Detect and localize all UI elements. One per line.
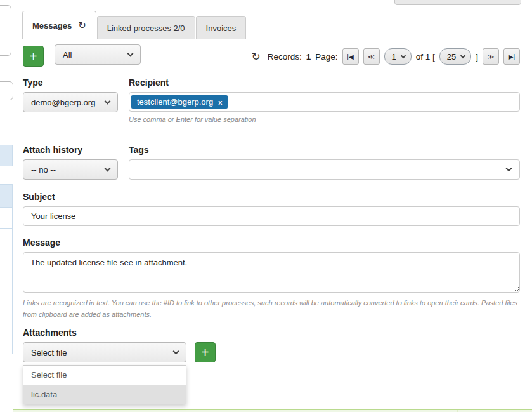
recipient-hint: Use comma or Enter for value separation xyxy=(129,116,520,123)
message-filter-value: All xyxy=(63,50,72,60)
recipient-field-group: Recipient testclient@bgerp.org x Use com… xyxy=(129,77,520,123)
page-label: Page: xyxy=(315,52,337,62)
next-page-button[interactable]: ≫ xyxy=(483,48,499,65)
type-label: Type xyxy=(23,77,118,88)
table-row-fragment xyxy=(0,207,13,229)
table-row-fragment xyxy=(0,312,13,333)
tab-invoices-label: Invoices xyxy=(206,23,237,33)
left-panel-fragment xyxy=(0,5,11,56)
tab-messages-label: Messages xyxy=(32,21,72,30)
bracket-label: ] xyxy=(476,52,478,62)
attach-history-value: -- no -- xyxy=(31,165,56,175)
chevron-down-icon xyxy=(127,51,134,57)
chevron-down-icon xyxy=(105,166,111,172)
recipient-input[interactable]: testclient@bgerp.org x xyxy=(129,92,520,112)
cropped-control-fragment xyxy=(394,0,521,5)
add-message-button[interactable]: + xyxy=(23,46,44,67)
tab-linked-processes[interactable]: Linked processes 2/0 xyxy=(97,16,195,39)
message-textarea[interactable]: The updated license file see in attachme… xyxy=(23,252,520,293)
records-count: 1 xyxy=(306,52,311,62)
subject-field-group: Subject Your license xyxy=(23,192,520,226)
attachments-file-value: Select file xyxy=(31,348,67,357)
page-number-value: 1 xyxy=(392,52,396,62)
attachments-label: Attachments xyxy=(23,328,216,338)
refresh-icon[interactable]: ↻ xyxy=(78,20,86,31)
left-table-highlight-fragment xyxy=(0,184,13,208)
dropdown-option-lic-data[interactable]: lic.data xyxy=(23,385,186,404)
left-table-highlight-fragment xyxy=(0,145,13,166)
table-row-fragment xyxy=(0,333,13,354)
pagination-bar: ↻ Records: 1 Page: |◀ ≪ 1 of 1 [ 25 ] ≫ … xyxy=(251,46,520,67)
subject-input[interactable]: Your license xyxy=(23,206,520,226)
left-table-rows-fragment xyxy=(0,208,13,354)
message-form-screen: Messages ↻ Linked processes 2/0 Invoices… xyxy=(0,0,532,412)
recipient-chip[interactable]: testclient@bgerp.org x xyxy=(131,95,228,109)
table-row-fragment xyxy=(0,249,13,270)
type-field-group: Type demo@bgerp.org xyxy=(23,77,118,112)
attachments-field-group: Attachments Select file + xyxy=(23,328,216,362)
subject-value: Your license xyxy=(31,211,75,221)
chevron-down-icon xyxy=(105,98,111,105)
records-label: Records: xyxy=(268,52,302,62)
page-size-select[interactable]: 25 xyxy=(439,48,471,65)
attach-history-label: Attach history xyxy=(23,145,118,155)
first-page-button[interactable]: |◀ xyxy=(342,48,359,65)
table-row-fragment xyxy=(0,291,13,312)
prev-page-button[interactable]: ≪ xyxy=(363,48,380,65)
page-size-value: 25 xyxy=(447,52,456,62)
attach-history-select[interactable]: -- no -- xyxy=(23,159,118,180)
message-label: Message xyxy=(23,237,522,248)
chevron-down-icon xyxy=(173,349,179,355)
chevron-down-icon xyxy=(400,53,405,58)
page-of-label: of 1 [ xyxy=(416,52,435,62)
chevron-down-icon xyxy=(460,53,465,58)
table-row-fragment xyxy=(0,270,13,291)
attach-history-field-group: Attach history -- no -- xyxy=(23,145,118,180)
tags-label: Tags xyxy=(129,145,520,155)
recipient-label: Recipient xyxy=(129,77,520,88)
tab-linked-processes-label: Linked processes 2/0 xyxy=(107,23,185,33)
dropdown-option-select-file[interactable]: Select file xyxy=(23,366,186,385)
table-row-fragment xyxy=(0,228,13,249)
success-bar-fragment xyxy=(13,409,532,412)
refresh-icon[interactable]: ↻ xyxy=(251,50,260,63)
type-value: demo@bgerp.org xyxy=(31,98,95,107)
tags-select[interactable] xyxy=(129,159,520,180)
recipient-chip-text: testclient@bgerp.org xyxy=(137,97,213,107)
tab-invoices[interactable]: Invoices xyxy=(196,16,247,39)
tab-bar: Messages ↻ Linked processes 2/0 Invoices xyxy=(22,11,247,39)
last-page-button[interactable]: ▶| xyxy=(503,48,520,65)
tags-field-group: Tags xyxy=(129,145,520,180)
left-panel-fragment xyxy=(0,81,13,100)
type-select[interactable]: demo@bgerp.org xyxy=(23,92,118,112)
attachments-file-select[interactable]: Select file xyxy=(23,342,186,362)
chip-remove-icon[interactable]: x xyxy=(218,98,222,106)
tab-messages[interactable]: Messages ↻ xyxy=(22,11,96,39)
chevron-down-icon xyxy=(506,166,512,172)
add-attachment-button[interactable]: + xyxy=(195,342,216,362)
message-hint: Links are recognized in text. You can us… xyxy=(23,297,522,320)
attachments-dropdown-list: Select file lic.data xyxy=(23,365,186,404)
message-field-group: Message The updated license file see in … xyxy=(23,237,522,320)
message-filter-select[interactable]: All xyxy=(55,44,141,65)
page-number-select[interactable]: 1 xyxy=(384,48,412,65)
subject-label: Subject xyxy=(23,192,520,202)
